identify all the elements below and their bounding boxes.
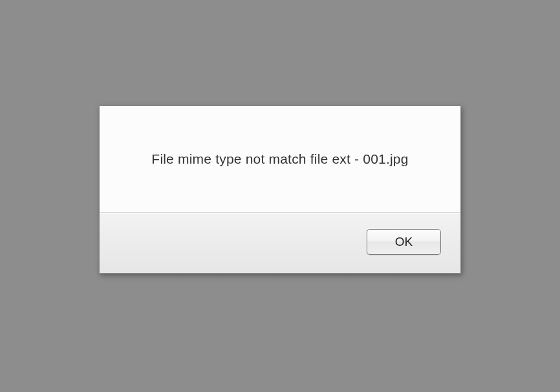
dialog-footer: OK	[100, 213, 460, 273]
alert-dialog: File mime type not match file ext - 001.…	[99, 105, 461, 274]
dialog-content: File mime type not match file ext - 001.…	[100, 106, 460, 213]
dialog-message: File mime type not match file ext - 001.…	[125, 151, 435, 167]
ok-button[interactable]: OK	[367, 229, 441, 255]
